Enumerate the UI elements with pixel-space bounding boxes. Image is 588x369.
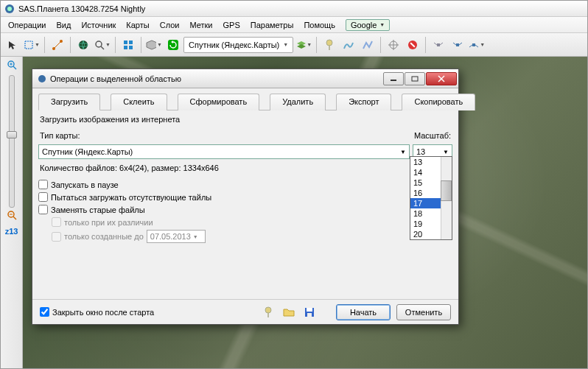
dialog-titlebar[interactable]: Операции с выделенной областью <box>32 69 458 88</box>
cursor-tool-button[interactable] <box>4 36 21 54</box>
route-button[interactable] <box>359 36 377 54</box>
target-button[interactable] <box>385 36 402 54</box>
zoom-level-label: z13 <box>5 227 18 236</box>
svg-rect-20 <box>437 43 440 46</box>
svg-line-24 <box>453 43 456 45</box>
scale-option[interactable]: 14 <box>410 167 441 178</box>
section-label: Загрузить изображения из интернета <box>38 110 452 127</box>
map-type-value: Спутник (Яндекс.Карты) <box>42 147 133 156</box>
chevron-down-icon: ▼ <box>379 22 385 27</box>
layer-dropdown[interactable]: Спутник (Яндекс.Карты) ▼ <box>183 37 293 53</box>
map-type-dropdown[interactable]: Спутник (Яндекс.Карты) ▼ <box>38 144 410 159</box>
checkbox-close-after-input[interactable] <box>40 307 49 317</box>
fullscreen-button[interactable] <box>119 36 137 54</box>
date-input[interactable]: 07.05.2013 ▼ <box>147 230 206 243</box>
stop-button[interactable] <box>404 36 421 54</box>
search-provider-dropdown[interactable]: Google ▼ <box>346 19 390 31</box>
tiles-info: Количество файлов: 6x4(24), размер: 1334… <box>38 161 452 174</box>
svg-line-21 <box>434 43 437 45</box>
zoom-out-button[interactable] <box>7 210 17 220</box>
pin-icon-button[interactable] <box>261 305 276 320</box>
svg-line-28 <box>475 45 478 47</box>
tab-stitch[interactable]: Склеить <box>111 94 167 110</box>
menu-gps[interactable]: GPS <box>219 19 245 31</box>
svg-line-32 <box>13 66 16 69</box>
track-button[interactable] <box>340 36 357 54</box>
tab-export[interactable]: Экспорт <box>336 94 391 110</box>
checkbox-replace-input[interactable] <box>38 205 48 214</box>
sat2-button[interactable] <box>449 36 466 54</box>
svg-rect-12 <box>124 46 127 49</box>
map-type-label: Тип карты: <box>38 128 405 141</box>
menu-source[interactable]: Источник <box>77 19 120 31</box>
menubar: Операции Вид Источник Карты Слои Метки G… <box>1 17 587 33</box>
zoom-slider[interactable] <box>9 75 15 208</box>
scale-value: 13 <box>416 147 425 156</box>
checkbox-created-input <box>52 232 61 242</box>
menu-maps[interactable]: Карты <box>122 19 153 31</box>
refresh-button[interactable] <box>164 36 182 54</box>
sat3-button[interactable]: ▼ <box>468 36 486 54</box>
checkbox-missing-input[interactable] <box>38 192 48 202</box>
save-icon-button[interactable] <box>302 305 317 320</box>
distance-button[interactable] <box>49 36 66 54</box>
scale-option-selected[interactable]: 17 <box>410 198 441 208</box>
menu-help[interactable]: Помощь <box>299 19 340 31</box>
dialog-body: Загрузить Склеить Сформировать Удалить Э… <box>32 88 458 299</box>
checkbox-missing[interactable]: Пытаться загружать отсутствующие тайлы <box>38 192 452 202</box>
minimize-button[interactable] <box>383 72 404 85</box>
maximize-button[interactable] <box>405 72 425 85</box>
checkbox-pause[interactable]: Запускать в паузе <box>38 180 452 189</box>
menu-layers[interactable]: Слои <box>155 19 184 31</box>
svg-point-4 <box>52 47 55 50</box>
menu-operations[interactable]: Операции <box>4 19 50 31</box>
pin-button[interactable] <box>321 36 338 54</box>
scale-option[interactable]: 13 <box>410 157 441 167</box>
scrollbar-thumb[interactable] <box>441 180 452 201</box>
layers-button[interactable]: ▼ <box>295 36 312 54</box>
select-rect-button[interactable]: ▼ <box>23 36 41 54</box>
checkbox-close-after[interactable]: Закрыть окно после старта <box>40 307 154 317</box>
cancel-button[interactable]: Отменить <box>396 304 451 320</box>
open-folder-button[interactable] <box>281 305 296 320</box>
checkbox-diff[interactable]: только при их различии <box>52 217 452 227</box>
chevron-down-icon: ▼ <box>443 149 449 155</box>
tab-generate[interactable]: Сформировать <box>178 94 260 110</box>
tab-download[interactable]: Загрузить <box>38 94 100 110</box>
menu-view[interactable]: Вид <box>52 19 75 31</box>
layer-label: Спутник (Яндекс.Карты) <box>189 41 279 49</box>
svg-line-25 <box>459 43 462 45</box>
app-titlebar: SAS.Планета 130428.7254 Nightly <box>1 1 587 17</box>
svg-line-27 <box>469 45 472 47</box>
svg-rect-11 <box>129 41 133 44</box>
menu-params[interactable]: Параметры <box>246 19 298 31</box>
menu-markers[interactable]: Метки <box>185 19 217 31</box>
checkbox-created-label: только созданные до <box>64 232 144 241</box>
dialog-title: Операции с выделенной областью <box>50 74 181 83</box>
sat1-button[interactable] <box>430 36 447 54</box>
dialog-footer: Закрыть окно после старта Начать Отменит… <box>32 299 458 324</box>
scale-option[interactable]: 16 <box>410 188 441 198</box>
checkbox-pause-input[interactable] <box>38 180 48 189</box>
zoom-in-button[interactable] <box>7 60 17 70</box>
svg-point-6 <box>79 41 88 49</box>
tab-copy[interactable]: Скопировать <box>402 94 475 110</box>
scale-option[interactable]: 15 <box>410 178 441 188</box>
toolbar: ▼ ▼ ▼ Спутник (Яндекс.Карты) ▼ ▼ ▼ <box>1 33 587 57</box>
svg-rect-10 <box>124 41 127 44</box>
selection-operations-dialog: Операции с выделенной областью Загрузить… <box>32 68 459 325</box>
start-button[interactable]: Начать <box>336 304 391 320</box>
svg-rect-13 <box>129 46 133 49</box>
tab-delete[interactable]: Удалить <box>270 94 326 110</box>
scale-option[interactable]: 18 <box>410 208 441 219</box>
scale-dropdown-list[interactable]: 13 14 15 16 17 18 19 20 <box>410 156 452 240</box>
cache-button[interactable]: ▼ <box>145 36 163 54</box>
zoom-thumb[interactable] <box>7 131 17 138</box>
zoom-sidebar: z13 <box>1 57 23 368</box>
globe-button[interactable] <box>74 36 92 54</box>
close-button[interactable] <box>426 72 457 85</box>
scale-option[interactable]: 19 <box>410 219 441 229</box>
checkbox-replace[interactable]: Заменять старые файлы <box>38 205 452 214</box>
scale-option[interactable]: 20 <box>410 229 441 239</box>
zoom-tool-button[interactable]: ▼ <box>94 36 111 54</box>
